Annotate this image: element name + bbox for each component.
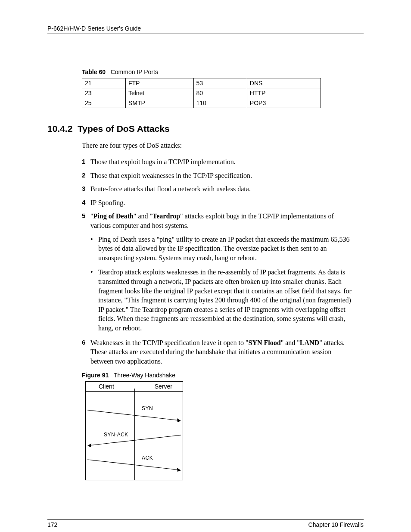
server-label: Server [155, 383, 172, 390]
page-number: 172 [47, 521, 57, 528]
list-item: 5"Ping of Death" and "Teardrop" attacks … [82, 212, 355, 230]
dos-types-list: 1Those that exploit bugs in a TCP/IP imp… [82, 157, 364, 230]
list-item: 2Those that exploit weaknesses in the TC… [82, 171, 355, 180]
port-number: 80 [193, 88, 247, 98]
port-number: 110 [193, 98, 247, 108]
port-name: SMTP [125, 98, 193, 108]
svg-line-2 [89, 435, 181, 445]
running-header: P-662H/HW-D Series User's Guide [47, 25, 364, 34]
port-name: DNS [247, 78, 321, 88]
port-name: Telnet [125, 88, 193, 98]
list-item: 6Weaknesses in the TCP/IP specification … [82, 338, 355, 366]
section-title: Types of DoS Attacks [78, 124, 170, 134]
common-ip-ports-table: 21 FTP 53 DNS 23 Telnet 80 HTTP 25 SMTP … [82, 78, 321, 108]
three-way-handshake-figure: Client Server SYN SYN-ACK ACK [85, 381, 183, 480]
item-text: IP Spoofing. [90, 199, 125, 206]
list-item: Teardrop attack exploits weaknesses in t… [90, 268, 355, 333]
figure-label: Figure 91 [82, 372, 109, 379]
arrow-icon [86, 457, 183, 474]
item-text: Brute-force attacks that flood a network… [90, 185, 251, 193]
svg-line-4 [87, 460, 180, 470]
chapter-label: Chapter 10 Firewalls [308, 521, 364, 528]
page-footer: 172 Chapter 10 Firewalls [47, 519, 364, 528]
port-name: HTTP [247, 88, 321, 98]
client-label: Client [99, 383, 114, 390]
port-name: FTP [125, 78, 193, 88]
table-row: 21 FTP 53 DNS [82, 78, 321, 88]
port-number: 53 [193, 78, 247, 88]
item-text: Those that exploit weaknesses in the TCP… [90, 172, 252, 179]
svg-marker-1 [177, 418, 181, 422]
port-number: 23 [82, 88, 126, 98]
table-label: Table 60 [82, 68, 106, 75]
item-number: 1 [82, 157, 85, 166]
port-number: 25 [82, 98, 126, 108]
table-row: 23 Telnet 80 HTTP [82, 88, 321, 98]
item-number: 6 [82, 338, 85, 347]
item-number: 4 [82, 198, 85, 207]
item-number: 2 [82, 171, 85, 180]
figure-title: Three-Way Handshake [114, 372, 175, 379]
item-number: 5 [82, 212, 85, 220]
svg-marker-3 [87, 443, 91, 447]
svg-marker-5 [177, 468, 181, 472]
svg-line-0 [87, 410, 180, 420]
arrow-icon [86, 408, 183, 425]
table-title: Common IP Ports [111, 68, 158, 75]
intro-paragraph: There are four types of DoS attacks: [82, 142, 364, 149]
arrow-icon [86, 432, 183, 450]
table-row: 25 SMTP 110 POP3 [82, 98, 321, 108]
port-name: POP3 [247, 98, 321, 108]
section-number: 10.4.2 [47, 124, 72, 134]
list-item: 4IP Spoofing. [82, 198, 355, 208]
item-text: Weaknesses in the TCP/IP specification l… [90, 339, 345, 365]
item-text: Those that exploit bugs in a TCP/IP impl… [90, 158, 236, 165]
section-heading: 10.4.2 Types of DoS Attacks [47, 124, 364, 134]
port-number: 21 [82, 78, 126, 88]
attack-details-list: Ping of Death uses a "ping" utility to c… [90, 235, 364, 333]
list-item: 1Those that exploit bugs in a TCP/IP imp… [82, 157, 355, 167]
list-item: 3Brute-force attacks that flood a networ… [82, 184, 355, 194]
dos-types-list-cont: 6Weaknesses in the TCP/IP specification … [82, 338, 364, 366]
table-caption: Table 60 Common IP Ports [82, 68, 364, 75]
item-number: 3 [82, 184, 85, 193]
list-item: Ping of Death uses a "ping" utility to c… [90, 235, 355, 263]
item-text: "Ping of Death" and "Teardrop" attacks e… [90, 212, 334, 229]
figure-caption: Figure 91 Three-Way Handshake [82, 372, 364, 379]
